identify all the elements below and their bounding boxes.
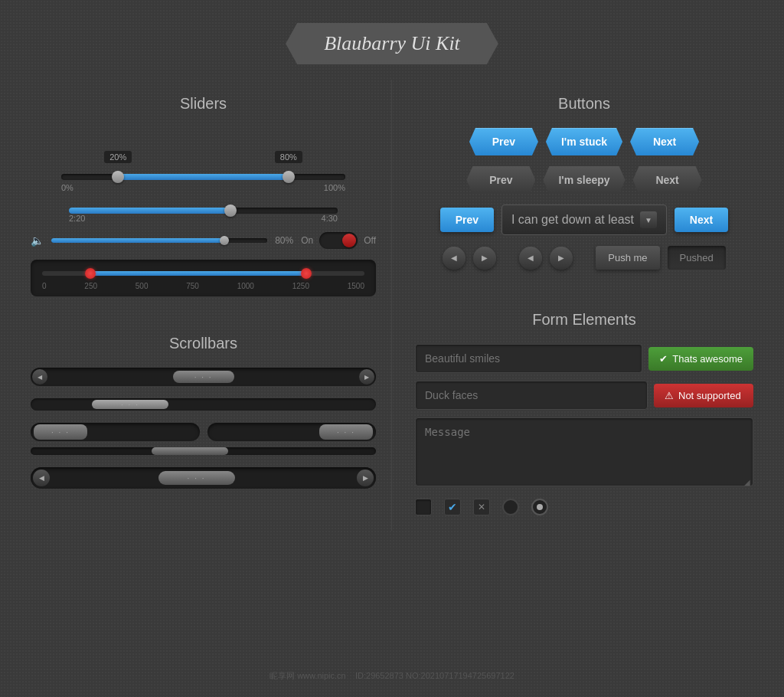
toggle[interactable] xyxy=(319,232,358,249)
form-row-1: ✔ Thats awesome xyxy=(415,344,753,373)
right-column: Buttons Prev I'm stuck Next Prev I'm sle… xyxy=(392,80,761,531)
input-duck-faces[interactable] xyxy=(415,381,648,410)
slider4-label-1500: 1500 xyxy=(348,282,364,290)
resize-icon: ◢ xyxy=(744,478,750,486)
textarea-wrapper: ◢ xyxy=(415,417,753,489)
input-beautiful-smiles[interactable] xyxy=(415,344,642,373)
push-me-button[interactable]: Push me xyxy=(596,246,659,270)
slider1-thumb1-tooltip: 20% xyxy=(104,151,132,163)
media-next-1[interactable]: ▶ xyxy=(473,247,496,270)
stuck-button[interactable]: I'm stuck xyxy=(546,128,622,155)
sliders-title: Sliders xyxy=(31,95,376,113)
slider2-wrapper: 2:20 4:30 xyxy=(31,201,376,229)
checkbox-x[interactable]: ✕ xyxy=(473,499,490,515)
slider2-thumb[interactable] xyxy=(224,205,237,217)
scrollbar-line-thumb[interactable] xyxy=(152,447,228,455)
slider3-fill xyxy=(51,238,224,243)
next-button-3[interactable]: Next xyxy=(675,208,728,232)
media-next-2[interactable]: ▶ xyxy=(550,247,573,270)
message-textarea[interactable] xyxy=(415,417,753,486)
slider2-min-label: 2:20 xyxy=(69,214,85,223)
slider1-wrapper: 20% 80% 0% 100% xyxy=(31,128,376,201)
scrollbar-5-thumb[interactable]: · · · xyxy=(158,471,235,485)
radio-unselected[interactable] xyxy=(502,499,519,515)
scrollbar-row-1: ◀ · · · ▶ xyxy=(31,368,376,386)
slider3-thumb[interactable] xyxy=(220,236,229,245)
scrollbar-dots: · · · xyxy=(194,373,213,381)
slider4-thumb1[interactable] xyxy=(85,268,96,279)
slider3-wrapper: 🔈 80% On Off xyxy=(31,229,376,252)
badge-green-text: Thats awesome xyxy=(672,353,743,365)
slider4-label-500: 500 xyxy=(136,282,149,290)
scrollbar-5[interactable]: ◀ · · · ▶ xyxy=(31,467,376,489)
scrollbar-1-left-arrow[interactable]: ◀ xyxy=(32,369,47,384)
slider1-thumb2[interactable] xyxy=(283,171,295,183)
media-prev-2[interactable]: ◀ xyxy=(519,247,542,270)
scrollbars-section: Scrollbars ◀ · · · ▶ · · · xyxy=(31,335,376,489)
scrollbar-2-thumb[interactable]: · · · xyxy=(92,400,168,409)
dropdown-arrow-icon: ▼ xyxy=(640,211,657,228)
buttons-row-4: ◀ ▶ ◀ ▶ Push me Pushed xyxy=(415,246,753,270)
checkbox-row: ✔ ✕ xyxy=(415,499,753,515)
toggle-on-label: On xyxy=(301,235,313,246)
sleepy-button[interactable]: I'm sleepy xyxy=(543,166,625,194)
slider4-fill xyxy=(90,271,306,276)
toggle-wrapper: On Off xyxy=(301,232,376,249)
slider3-pct-label: 80% xyxy=(275,235,293,246)
scrollbar-3b[interactable]: · · · xyxy=(207,423,377,441)
scrollbar-1-track: · · · xyxy=(51,371,356,383)
form-row-2: ⚠ Not supported xyxy=(415,381,753,410)
banner-wrapper: Blaubarry Ui Kit xyxy=(0,0,784,80)
slider4-label-1000: 1000 xyxy=(237,282,254,290)
badge-red: ⚠ Not supported xyxy=(654,384,753,407)
buttons-title: Buttons xyxy=(415,95,753,113)
slider1-labels: 0% 100% xyxy=(61,180,345,195)
slider2-track[interactable] xyxy=(69,208,338,214)
prev-button-2[interactable]: Prev xyxy=(466,166,535,194)
scrollbar-1-thumb[interactable]: · · · xyxy=(173,371,234,383)
media-prev-1[interactable]: ◀ xyxy=(443,247,466,270)
scrollbars-title: Scrollbars xyxy=(31,335,376,352)
dropdown-button[interactable]: I can get down at least ▼ xyxy=(501,205,667,235)
scrollbar-3a-thumb[interactable]: · · · xyxy=(34,424,87,440)
next-button-2[interactable]: Next xyxy=(633,166,702,194)
slider1-track[interactable] xyxy=(61,174,345,180)
slider4-label-250: 250 xyxy=(84,282,97,290)
scrollbar-2[interactable]: · · · xyxy=(31,398,376,411)
sliders-section: Sliders 20% 80% 0% 100% xyxy=(31,95,376,304)
radio-selected[interactable] xyxy=(531,499,548,515)
pushed-button[interactable]: Pushed xyxy=(668,246,726,270)
left-column: Sliders 20% 80% 0% 100% xyxy=(23,80,392,531)
slider4-thumb2[interactable] xyxy=(301,268,312,279)
form-elements-section: Form Elements ✔ Thats awesome ⚠ Not supp… xyxy=(415,311,753,515)
prev-button-1[interactable]: Prev xyxy=(469,128,538,155)
slider4-labels: 0 250 500 750 1000 1250 1500 xyxy=(42,282,364,290)
footer-id: ID:29652873 NO:20210717194725697122 xyxy=(355,671,514,680)
scrollbar-5-left-arrow[interactable]: ◀ xyxy=(33,470,50,486)
scrollbar-3a[interactable]: · · · xyxy=(31,423,200,441)
scrollbar-5-right-arrow[interactable]: ▶ xyxy=(357,470,374,486)
scrollbar-5-dots: · · · xyxy=(188,474,206,483)
checkbox-unchecked[interactable] xyxy=(415,499,432,515)
scrollbar-1[interactable]: ◀ · · · ▶ xyxy=(31,368,376,386)
slider3-track[interactable] xyxy=(51,238,267,243)
scrollbar-line[interactable] xyxy=(31,447,376,455)
slider4-label-750: 750 xyxy=(186,282,199,290)
slider1-thumb1[interactable] xyxy=(112,171,124,183)
radio-inner xyxy=(537,504,543,510)
next-button-1[interactable]: Next xyxy=(630,128,699,155)
slider1-thumb2-tooltip: 80% xyxy=(275,151,302,163)
slider2-labels: 2:20 4:30 xyxy=(69,214,338,223)
scrollbar-3b-dots: · · · xyxy=(337,428,355,437)
slider4-track[interactable] xyxy=(42,271,364,276)
volume-icon: 🔈 xyxy=(31,234,44,247)
scrollbar-3b-thumb[interactable]: · · · xyxy=(319,424,373,440)
slider4-label-0: 0 xyxy=(42,282,47,290)
buttons-row-1: Prev I'm stuck Next xyxy=(415,128,753,155)
scrollbar-1-right-arrow[interactable]: ▶ xyxy=(359,369,374,384)
checkbox-checked[interactable]: ✔ xyxy=(444,499,461,515)
buttons-row-2: Prev I'm sleepy Next xyxy=(415,166,753,194)
toggle-off-label: Off xyxy=(364,235,376,246)
prev-button-3[interactable]: Prev xyxy=(440,208,494,232)
scrollbar-2-dots: · · · xyxy=(121,401,139,409)
